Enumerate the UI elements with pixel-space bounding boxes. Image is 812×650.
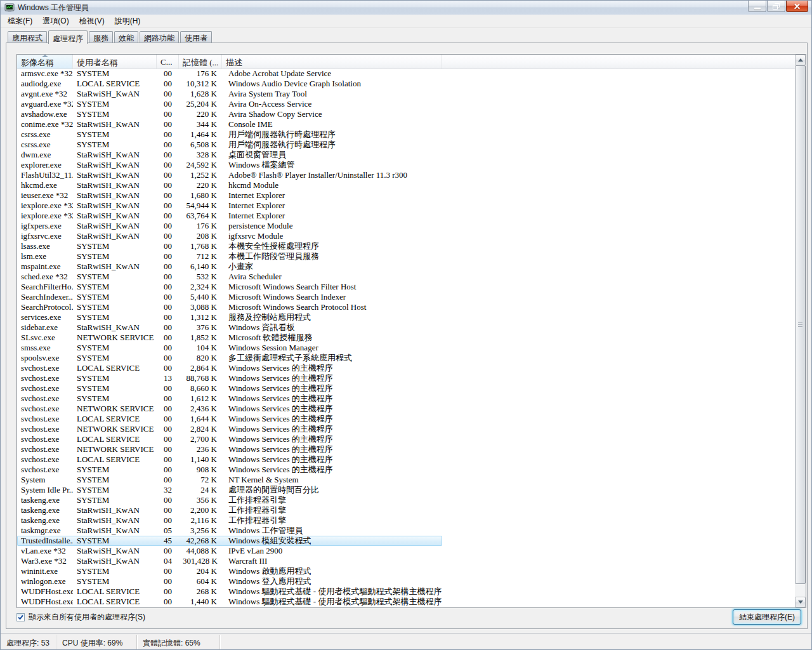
tab-networking[interactable]: 網路功能 [140, 31, 179, 43]
table-row[interactable]: svchost.exeSYSTEM00908 KWindows Services… [17, 465, 442, 475]
menu-view[interactable]: 檢視(V) [74, 14, 110, 29]
cell-cpu: 00 [157, 140, 179, 150]
tab-performance[interactable]: 效能 [114, 31, 138, 43]
table-row[interactable]: taskmgr.exeStaRwiSH_KwAN053,256 KWindows… [17, 526, 442, 536]
table-row[interactable]: taskeng.exeStaRwiSH_KwAN002,116 K工作排程器引擎 [17, 515, 442, 526]
table-row[interactable]: csrss.exeSYSTEM001,464 K用戶端伺服器執行時處理程序 [17, 129, 442, 140]
table-row[interactable]: FlashUtil32_11...StaRwiSH_KwAN001,252 KA… [17, 170, 442, 180]
cell-memory: 204 K [179, 566, 222, 576]
tab-applications[interactable]: 應用程式 [8, 31, 47, 43]
tab-users[interactable]: 使用者 [180, 31, 212, 43]
cell-image: svchost.exe [17, 394, 73, 404]
column-header-memory[interactable]: 記憶體 (... [179, 55, 222, 69]
table-row[interactable]: taskeng.exeStaRwiSH_KwAN002,200 K工作排程器引擎 [17, 505, 442, 515]
table-row[interactable]: dwm.exeStaRwiSH_KwAN00328 K桌面視窗管理員 [17, 150, 442, 160]
processes-tab-pane: 影像名稱 使用者名稱 C... 記憶體 (... 描述 armsvc.exe *… [6, 43, 808, 629]
table-row[interactable]: svchost.exeSYSTEM001,612 KWindows Servic… [17, 394, 442, 404]
table-row[interactable]: lsm.exeSYSTEM00712 K本機工作階段管理員服務 [17, 251, 442, 262]
table-row[interactable]: War3.exe *32StaRwiSH_KwAN04301,428 KWarc… [17, 556, 442, 566]
cell-description: igfxsrvc Module [222, 231, 442, 241]
cell-user: StaRwiSH_KwAN [73, 211, 157, 221]
column-header-image-name[interactable]: 影像名稱 [17, 55, 73, 69]
close-button[interactable] [786, 1, 808, 12]
table-row[interactable]: WUDFHost.exeLOCAL SERVICE001,440 KWindow… [17, 597, 442, 607]
tab-processes[interactable]: 處理程序 [48, 30, 88, 44]
table-row[interactable]: lsass.exeSYSTEM001,768 K本機安全性授權處理程序 [17, 241, 442, 251]
column-header-cpu[interactable]: C... [157, 55, 179, 69]
table-row[interactable]: svchost.exeLOCAL SERVICE001,644 KWindows… [17, 414, 442, 424]
cell-image: taskeng.exe [17, 495, 73, 505]
table-row[interactable]: iexplore.exe *32StaRwiSH_KwAN0054,944 KI… [17, 201, 442, 211]
menu-file[interactable]: 檔案(F) [3, 14, 37, 29]
cell-image: mspaint.exe [17, 262, 73, 272]
table-row[interactable]: SystemSYSTEM0072 KNT Kernel & System [17, 475, 442, 485]
cell-user: SYSTEM [73, 109, 157, 119]
table-row[interactable]: svchost.exeNETWORK SERVICE002,824 KWindo… [17, 424, 442, 434]
cell-user: StaRwiSH_KwAN [73, 170, 157, 180]
table-row[interactable]: mspaint.exeStaRwiSH_KwAN006,140 K小畫家 [17, 262, 442, 272]
cell-cpu: 00 [157, 343, 179, 353]
table-row[interactable]: svchost.exeLOCAL SERVICE001,140 KWindows… [17, 454, 442, 465]
cell-user: SYSTEM [73, 99, 157, 109]
cell-description: Console IME [222, 119, 442, 129]
column-header-user-name[interactable]: 使用者名稱 [73, 55, 157, 69]
table-row[interactable]: vLan.exe *32StaRwiSH_KwAN0044,088 KIPvE … [17, 546, 442, 556]
table-row[interactable]: ieuser.exe *32StaRwiSH_KwAN001,680 KInte… [17, 190, 442, 201]
restore-button[interactable] [767, 1, 785, 12]
process-list: 影像名稱 使用者名稱 C... 記憶體 (... 描述 armsvc.exe *… [16, 54, 806, 608]
table-row[interactable]: sidebar.exeStaRwiSH_KwAN00376 KWindows 資… [17, 322, 442, 333]
table-row[interactable]: SearchIndexer....SYSTEM005,440 KMicrosof… [17, 292, 442, 302]
table-row[interactable]: avguard.exe *32SYSTEM0025,204 KAvira On-… [17, 99, 442, 109]
vertical-scrollbar[interactable] [795, 55, 806, 607]
cell-description: 桌面視窗管理員 [222, 150, 442, 160]
cell-user: LOCAL SERVICE [73, 454, 157, 465]
table-row[interactable]: winlogon.exeSYSTEM00604 KWindows 登入應用程式 [17, 576, 442, 587]
scroll-up-button[interactable] [795, 55, 806, 65]
table-row[interactable]: hkcmd.exeStaRwiSH_KwAN00220 Khkcmd Modul… [17, 180, 442, 190]
menu-options[interactable]: 選項(O) [37, 14, 74, 29]
table-row[interactable]: taskeng.exeSYSTEM00356 K工作排程器引擎 [17, 495, 442, 505]
table-row[interactable]: avshadow.exeSYSTEM00220 KAvira Shadow Co… [17, 109, 442, 119]
cell-cpu: 00 [157, 89, 179, 99]
table-row[interactable]: armsvc.exe *32SYSTEM00176 KAdobe Acrobat… [17, 69, 442, 79]
cell-description: Windows Services 的主機程序 [222, 454, 442, 465]
table-row[interactable]: System Idle Pr...SYSTEM3224 K處理器的閒置時間百分比 [17, 485, 442, 495]
table-row[interactable]: SearchProtocol...SYSTEM003,088 KMicrosof… [17, 302, 442, 312]
table-row[interactable]: svchost.exeLOCAL SERVICE002,864 KWindows… [17, 363, 442, 373]
table-row[interactable]: audiodg.exeLOCAL SERVICE0010,312 KWindow… [17, 79, 442, 89]
minimize-button[interactable] [748, 1, 766, 12]
table-row[interactable]: svchost.exeSYSTEM008,660 KWindows Servic… [17, 383, 442, 394]
table-row[interactable]: SLsvc.exeNETWORK SERVICE001,852 KMicroso… [17, 333, 442, 343]
cell-user: SYSTEM [73, 282, 157, 292]
table-row[interactable]: services.exeSYSTEM001,312 K服務及控制站應用程式 [17, 312, 442, 322]
tab-services[interactable]: 服務 [89, 31, 113, 43]
menu-help[interactable]: 說明(H) [110, 14, 146, 29]
table-row[interactable]: igfxpers.exeStaRwiSH_KwAN00176 Kpersiste… [17, 221, 442, 231]
table-row[interactable]: SearchFilterHo...SYSTEM002,324 KMicrosof… [17, 282, 442, 292]
table-row[interactable]: conime.exe *32StaRwiSH_KwAN00344 KConsol… [17, 119, 442, 129]
table-row[interactable]: explorer.exeStaRwiSH_KwAN0024,592 KWindo… [17, 160, 442, 170]
table-row[interactable]: iexplore.exe *32StaRwiSH_KwAN0063,764 KI… [17, 211, 442, 221]
table-row[interactable]: wininit.exeSYSTEM00204 KWindows 啟動應用程式 [17, 566, 442, 576]
column-header-description[interactable]: 描述 [222, 55, 442, 69]
end-process-button[interactable]: 結束處理程序(E) [733, 609, 801, 625]
table-row[interactable]: WUDFHost.exeLOCAL SERVICE00268 KWindows … [17, 587, 442, 597]
table-row[interactable]: svchost.exeNETWORK SERVICE00236 KWindows… [17, 444, 442, 454]
cell-description: Windows Audio Device Graph Isolation [222, 79, 442, 89]
table-row[interactable]: TrustedInstalle...SYSTEM4542,268 KWindow… [17, 536, 442, 546]
table-row[interactable]: avgnt.exe *32StaRwiSH_KwAN001,628 KAvira… [17, 89, 442, 99]
table-row[interactable]: svchost.exeLOCAL SERVICE002,700 KWindows… [17, 434, 442, 444]
table-row[interactable]: smss.exeSYSTEM00104 KWindows Session Man… [17, 343, 442, 353]
scroll-down-button[interactable] [795, 597, 806, 607]
show-all-users-checkbox[interactable] [16, 613, 25, 621]
table-row[interactable]: csrss.exeSYSTEM006,508 K用戶端伺服器執行時處理程序 [17, 140, 442, 150]
cell-image: svchost.exe [17, 465, 73, 475]
scrollbar-thumb[interactable] [795, 65, 806, 584]
table-row[interactable]: sched.exe *32SYSTEM00532 KAvira Schedule… [17, 272, 442, 282]
cell-description: Windows 驅動程式基礎 - 使用者模式驅動程式架構主機程序 [222, 597, 442, 607]
table-row[interactable]: spoolsv.exeSYSTEM00820 K多工緩衝處理程式子系統應用程式 [17, 353, 442, 363]
table-row[interactable]: svchost.exeNETWORK SERVICE002,436 KWindo… [17, 404, 442, 414]
table-row[interactable]: svchost.exeSYSTEM1388,768 KWindows Servi… [17, 373, 442, 383]
table-row[interactable]: igfxsrvc.exeStaRwiSH_KwAN00208 Kigfxsrvc… [17, 231, 442, 241]
cell-image: taskeng.exe [17, 515, 73, 526]
